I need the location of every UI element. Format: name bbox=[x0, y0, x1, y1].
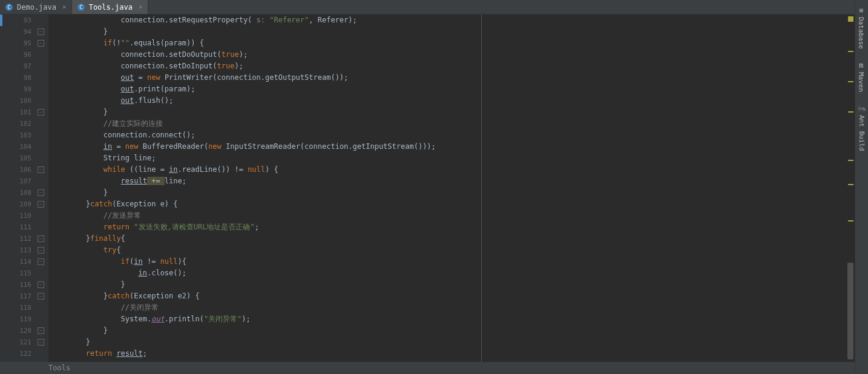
code-line[interactable]: } bbox=[51, 279, 868, 290]
line-number: 98 bbox=[8, 72, 31, 84]
fold-toggle[interactable]: − bbox=[38, 339, 44, 346]
right-tool-bar: ≡ Database m Maven 🐜 Ant Build bbox=[855, 0, 868, 374]
fold-toggle[interactable]: − bbox=[38, 201, 44, 208]
line-number: 110 bbox=[8, 210, 31, 221]
svg-text:C: C bbox=[79, 4, 82, 10]
code-editor[interactable]: 9394959697989910010110210310410510610710… bbox=[0, 15, 868, 362]
line-number: 122 bbox=[8, 348, 31, 359]
code-line[interactable]: } bbox=[51, 26, 868, 38]
line-number: 109 bbox=[8, 198, 31, 210]
code-line[interactable]: in = new BufferedReader(new InputStreamR… bbox=[51, 141, 868, 153]
warning-stripe[interactable] bbox=[848, 51, 853, 52]
line-number: 112 bbox=[8, 233, 31, 244]
line-number: 94 bbox=[8, 26, 31, 38]
code-line[interactable]: connection.connect(); bbox=[51, 130, 868, 141]
tab-label: Demo.java bbox=[17, 3, 56, 11]
code-line[interactable]: } bbox=[51, 187, 868, 198]
fold-toggle[interactable]: − bbox=[38, 293, 44, 300]
editor-tabs: C Demo.java × C Tools.java × bbox=[0, 0, 868, 15]
code-line[interactable]: while ((line = in.readLine()) != null) { bbox=[51, 164, 868, 176]
code-line[interactable]: connection.setRequestProperty( s: "Refer… bbox=[51, 15, 868, 26]
scrollbar-track[interactable] bbox=[846, 15, 855, 362]
line-number: 99 bbox=[8, 84, 31, 95]
analysis-indicator[interactable] bbox=[848, 16, 853, 22]
line-number: 120 bbox=[8, 325, 31, 336]
code-line[interactable]: //关闭异常 bbox=[51, 302, 868, 313]
fold-toggle[interactable]: − bbox=[38, 28, 44, 35]
code-line[interactable]: result += line; bbox=[51, 176, 868, 187]
line-number: 116 bbox=[8, 279, 31, 290]
fold-toggle[interactable]: − bbox=[38, 40, 44, 47]
change-marker bbox=[0, 15, 2, 26]
code-line[interactable]: connection.setDoOutput(true); bbox=[51, 49, 868, 61]
code-line[interactable]: System.out.println("关闭异常"); bbox=[51, 313, 868, 325]
left-margin bbox=[0, 15, 8, 362]
code-line[interactable]: out.flush(); bbox=[51, 95, 868, 107]
code-line[interactable]: return result; bbox=[51, 348, 868, 359]
line-number: 117 bbox=[8, 290, 31, 302]
line-number: 102 bbox=[8, 118, 31, 130]
fold-toggle[interactable]: − bbox=[38, 247, 44, 254]
warning-stripe[interactable] bbox=[848, 111, 853, 113]
code-line[interactable]: out.print(param); bbox=[51, 84, 868, 95]
code-line[interactable]: out = new PrintWriter(connection.getOutp… bbox=[51, 72, 868, 84]
fold-toggle[interactable]: − bbox=[38, 235, 44, 242]
line-number: 111 bbox=[8, 221, 31, 233]
line-number: 100 bbox=[8, 95, 31, 107]
code-line[interactable]: return "发送失败,请检查URL地址是否正确"; bbox=[51, 221, 868, 233]
tab-tools-java[interactable]: C Tools.java × bbox=[72, 0, 148, 14]
right-margin-line bbox=[481, 15, 482, 362]
line-number: 97 bbox=[8, 61, 31, 72]
code-line[interactable]: } bbox=[51, 325, 868, 336]
tab-demo-java[interactable]: C Demo.java × bbox=[0, 0, 72, 14]
code-line[interactable]: //发送异常 bbox=[51, 210, 868, 221]
breadcrumb-item[interactable]: Tools bbox=[48, 364, 70, 372]
line-number: 121 bbox=[8, 336, 31, 348]
line-number: 114 bbox=[8, 256, 31, 267]
fold-toggle[interactable]: − bbox=[38, 281, 44, 288]
class-icon: C bbox=[77, 3, 85, 11]
fold-toggle[interactable]: − bbox=[38, 189, 44, 196]
fold-toggle[interactable]: − bbox=[38, 109, 44, 116]
code-line[interactable]: try{ bbox=[51, 244, 868, 256]
tool-label: Database bbox=[857, 17, 865, 49]
database-tool[interactable]: ≡ Database bbox=[855, 0, 867, 55]
svg-text:C: C bbox=[7, 4, 10, 10]
code-line[interactable]: } bbox=[51, 336, 868, 348]
tool-label: Maven bbox=[857, 72, 865, 92]
code-line[interactable]: connection.setDoInput(true); bbox=[51, 61, 868, 72]
maven-tool[interactable]: m Maven bbox=[855, 55, 867, 98]
tab-label: Tools.java bbox=[89, 3, 133, 11]
code-line[interactable]: if(!"".equals(param)) { bbox=[51, 38, 868, 49]
code-area[interactable]: connection.setRequestProperty( s: "Refer… bbox=[48, 15, 868, 362]
close-icon[interactable]: × bbox=[139, 3, 143, 11]
line-number: 118 bbox=[8, 302, 31, 313]
fold-column: −−−−−−−−−−−−− bbox=[36, 15, 48, 362]
code-line[interactable]: } bbox=[51, 107, 868, 118]
class-icon: C bbox=[5, 3, 13, 11]
line-number: 96 bbox=[8, 49, 31, 61]
ant-build-tool[interactable]: 🐜 Ant Build bbox=[855, 98, 868, 157]
code-line[interactable]: String line; bbox=[51, 153, 868, 164]
fold-toggle[interactable]: − bbox=[38, 166, 44, 173]
code-line[interactable]: if(in != null){ bbox=[51, 256, 868, 267]
warning-stripe[interactable] bbox=[848, 81, 853, 82]
warning-stripe[interactable] bbox=[848, 160, 853, 161]
breadcrumbs[interactable]: Tools bbox=[0, 362, 868, 374]
fold-toggle[interactable]: − bbox=[38, 327, 44, 334]
fold-toggle[interactable]: − bbox=[38, 258, 44, 265]
code-line[interactable]: }catch(Exception e2) { bbox=[51, 290, 868, 302]
warning-stripe[interactable] bbox=[848, 220, 853, 221]
code-line[interactable]: }catch(Exception e) { bbox=[51, 198, 868, 210]
close-icon[interactable]: × bbox=[62, 3, 67, 11]
line-gutter: 9394959697989910010110210310410510610710… bbox=[8, 15, 36, 362]
code-line[interactable]: }finally{ bbox=[51, 233, 868, 244]
line-number: 119 bbox=[8, 313, 31, 325]
code-line[interactable]: //建立实际的连接 bbox=[51, 118, 868, 130]
maven-icon: m bbox=[859, 61, 863, 70]
line-number: 108 bbox=[8, 187, 31, 198]
warning-stripe[interactable] bbox=[848, 184, 853, 185]
ant-icon: 🐜 bbox=[857, 104, 866, 113]
code-line[interactable]: in.close(); bbox=[51, 267, 868, 279]
scrollbar-thumb[interactable] bbox=[847, 263, 853, 359]
